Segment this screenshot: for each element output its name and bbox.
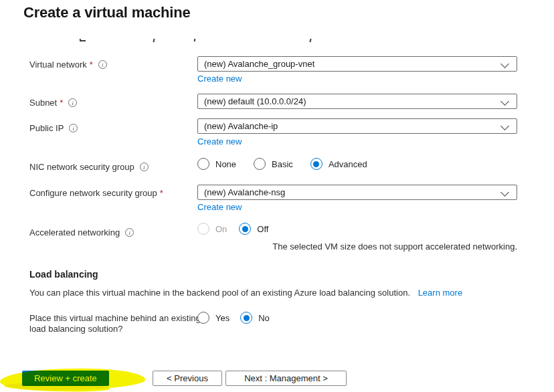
configure-nsg-value: (new) Avalanche-nsg [204, 187, 285, 197]
nic-nsg-radio-group: None Basic Advanced [197, 158, 385, 170]
radio-label: Yes [215, 313, 229, 323]
accelerated-networking-radio-group: On Off [197, 223, 286, 235]
radio-circle [197, 158, 209, 170]
configure-nsg-label-text: Configure network security group [29, 188, 157, 198]
radio-label: On [215, 224, 227, 234]
radio-yes[interactable]: Yes [197, 312, 229, 324]
radio-label: None [215, 159, 236, 169]
subnet-label: Subnet * i [29, 98, 77, 108]
nic-nsg-label: NIC network security group i [29, 162, 149, 172]
virtual-network-create-new-link[interactable]: Create new [197, 74, 242, 84]
load-balancing-radio-group: Yes No [197, 312, 287, 324]
radio-advanced[interactable]: Advanced [310, 158, 367, 170]
radio-circle-disabled [197, 223, 209, 235]
radio-circle [254, 158, 266, 170]
radio-label: Basic [272, 159, 293, 169]
next-management-button[interactable]: Next : Management > [225, 371, 347, 386]
public-ip-label: Public IP i [29, 123, 78, 133]
radio-label: Off [257, 224, 268, 234]
required-asterisk: * [90, 60, 93, 70]
virtual-network-label: Virtual network * i [29, 60, 107, 70]
load-balancing-question: Place this virtual machine behind an exi… [29, 313, 205, 334]
accelerated-networking-label: Accelerated networking i [29, 227, 134, 237]
page-title: Create a virtual machine [23, 4, 191, 21]
load-balancing-description: You can place this virtual machine in th… [29, 288, 462, 298]
info-icon[interactable]: i [68, 98, 77, 107]
radio-off[interactable]: Off [239, 223, 268, 235]
subnet-label-text: Subnet [29, 98, 57, 108]
virtual-network-dropdown[interactable]: (new) Avalanche_group-vnet [197, 56, 517, 72]
radio-circle-selected [240, 312, 252, 324]
subnet-value: (new) default (10.0.0.0/24) [204, 96, 306, 106]
previous-button[interactable]: < Previous [153, 371, 222, 386]
radio-label: No [258, 313, 270, 323]
info-icon[interactable]: i [125, 228, 134, 237]
info-icon[interactable]: i [140, 163, 149, 171]
info-icon[interactable]: i [98, 60, 107, 69]
info-icon[interactable]: i [69, 124, 78, 132]
radio-circle-selected [310, 158, 322, 170]
load-balancing-heading: Load balancing [29, 269, 98, 280]
configure-nsg-dropdown[interactable]: (new) Avalanche-nsg [197, 185, 517, 200]
public-ip-dropdown[interactable]: (new) Avalanche-ip [197, 118, 517, 134]
chevron-down-icon [500, 188, 509, 197]
virtual-network-value: (new) Avalanche_group-vnet [204, 59, 314, 69]
accelerated-networking-label-text: Accelerated networking [29, 227, 120, 237]
public-ip-value: (new) Avalanche-ip [204, 121, 278, 131]
configure-nsg-label: Configure network security group * [29, 188, 163, 198]
review-create-button[interactable]: Review + create [22, 371, 109, 386]
radio-no[interactable]: No [240, 312, 270, 324]
required-asterisk: * [60, 98, 63, 108]
radio-basic[interactable]: Basic [254, 158, 293, 170]
public-ip-label-text: Public IP [29, 123, 64, 133]
chevron-down-icon [500, 60, 509, 68]
learn-more-link[interactable]: Learn more [418, 288, 462, 298]
subnet-dropdown[interactable]: (new) default (10.0.0.0/24) [197, 94, 517, 109]
radio-circle [197, 312, 209, 324]
create-vm-networking-page: { "page": { "title": "Create a virtual m… [0, 0, 554, 392]
radio-circle-selected [239, 223, 251, 235]
radio-on: On [197, 223, 227, 235]
chevron-down-icon [500, 97, 509, 106]
chevron-down-icon [500, 122, 509, 130]
nic-nsg-label-text: NIC network security group [29, 162, 134, 172]
radio-none[interactable]: None [197, 158, 236, 170]
vm-size-note: The selected VM size does not support ac… [197, 241, 517, 252]
load-balancing-description-text: You can place this virtual machine in th… [29, 288, 410, 298]
virtual-network-label-text: Virtual network [29, 60, 87, 70]
radio-label: Advanced [329, 159, 367, 169]
configure-nsg-create-new-link[interactable]: Create new [197, 202, 242, 212]
public-ip-create-new-link[interactable]: Create new [197, 136, 242, 146]
required-asterisk: * [160, 188, 163, 198]
